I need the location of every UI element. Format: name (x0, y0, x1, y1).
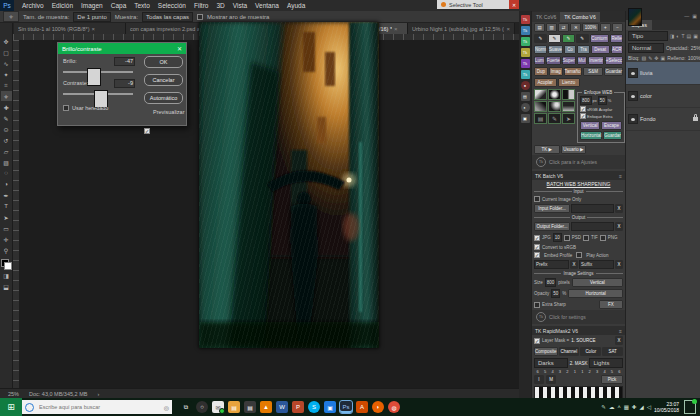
layer-row-lluvia[interactable]: lluvia (626, 62, 700, 85)
tk-panel-icon[interactable]: Tk (521, 70, 530, 79)
visibility-eye-icon[interactable] (628, 91, 638, 101)
marquee-tool-icon[interactable]: ▢ (1, 47, 12, 57)
healing-brush-tool-icon[interactable]: ✚ (1, 102, 12, 112)
open-folder-icon[interactable]: ▤ (534, 23, 545, 32)
invert-button[interactable]: Invertir (588, 56, 604, 65)
fill-value[interactable]: 100% (688, 55, 700, 61)
close-doc-icon[interactable]: ✕ (570, 23, 581, 32)
imag-button[interactable]: Imag (549, 67, 563, 76)
crop-tool-icon[interactable]: ⌗ (1, 80, 12, 90)
pen-tool-icon[interactable]: ✒ (1, 190, 12, 200)
mask-thumb[interactable] (562, 89, 575, 100)
close-icon[interactable]: × (394, 26, 398, 32)
volume-tray-icon[interactable]: ◁ (647, 404, 651, 410)
path-selection-tool-icon[interactable]: ➤ (1, 212, 12, 222)
fill-button[interactable]: Relle (610, 34, 623, 43)
flatten-button[interactable]: Acoplar (534, 78, 557, 87)
hand-tool-icon[interactable]: ✛ (1, 234, 12, 244)
tk-panel-icon[interactable]: Tk (521, 37, 530, 46)
paint-gray-icon[interactable]: ✎ (576, 34, 589, 43)
panel-menu-icon[interactable]: ≡ (619, 328, 622, 334)
sat-button[interactable]: SAT (602, 347, 623, 356)
contrast-value[interactable]: -9 (114, 79, 135, 88)
play-action-checkbox[interactable] (576, 252, 582, 258)
type-tool-icon[interactable]: T (1, 201, 12, 211)
add-select-button[interactable]: +Selecc (605, 56, 623, 65)
menu-item[interactable]: Selección (154, 2, 190, 9)
display-tray-icon[interactable]: ▦ (624, 404, 629, 410)
clear-prefix-button[interactable]: X (570, 260, 578, 269)
srgb-checkbox[interactable] (580, 106, 586, 112)
chrome-icon[interactable]: ◍ (388, 401, 400, 413)
selective-tool-window[interactable]: Selective Tool ✕ (437, 0, 519, 9)
move-tool-icon[interactable]: ✥ (1, 36, 12, 46)
menu-item[interactable]: Capa (107, 2, 131, 9)
mask-number[interactable]: 1 (571, 369, 578, 374)
preview-checkbox[interactable] (144, 128, 150, 134)
tif-checkbox[interactable] (583, 235, 589, 241)
status-chevron-icon[interactable]: › (97, 391, 99, 397)
notification-center-icon[interactable] (684, 400, 696, 414)
mask-view-button[interactable]: M (546, 375, 556, 384)
contour-button[interactable]: Contorn (590, 34, 609, 43)
gradient-tool-icon[interactable]: ▨ (1, 157, 12, 167)
vlc-icon[interactable]: ▲ (260, 401, 272, 413)
dup-button[interactable]: Dup (534, 67, 548, 76)
zoom-in-button[interactable]: + (600, 23, 611, 32)
extra-sharpen-checkbox[interactable] (580, 113, 586, 119)
trash-icon[interactable]: ▤ (534, 113, 547, 124)
paint-white-icon[interactable]: ✎ (548, 34, 561, 43)
filter-type-icon[interactable]: T (681, 33, 684, 39)
vertical-button[interactable]: Vertical (580, 121, 600, 130)
file-explorer-icon[interactable]: ▤ (228, 401, 240, 413)
brightness-value[interactable]: -47 (114, 57, 135, 66)
clear-suffix-button[interactable]: X (615, 260, 623, 269)
menu-item[interactable]: Filtro (190, 2, 212, 9)
menu-item[interactable]: Edición (48, 2, 77, 9)
brightness-slider[interactable] (63, 71, 133, 73)
suffix-field[interactable]: Suffix (579, 260, 614, 269)
web-save-button[interactable]: Guardar (603, 131, 622, 140)
quick-mask-icon[interactable]: ◨ (1, 270, 12, 280)
prefix-field[interactable]: Prefix (534, 260, 569, 269)
tk-menu-button[interactable]: TK ▶ (534, 145, 560, 154)
menu-item[interactable]: Ayuda (283, 2, 309, 9)
tk-panel-icon[interactable]: Tk (521, 59, 530, 68)
batch-hint[interactable]: Tk Click for settings (532, 310, 625, 324)
document-tab[interactable]: Sin título-1 al 100% (RGB/8*) × (14, 23, 126, 34)
dodge-tool-icon[interactable]: ◑ (1, 179, 12, 189)
lock-transparent-icon[interactable]: ▨ (641, 55, 646, 61)
cancel-button[interactable]: Cancelar (144, 74, 183, 86)
close-icon[interactable]: × (92, 26, 96, 32)
jpg-quality-field[interactable]: 10 (553, 233, 562, 242)
auto-button[interactable]: Automático (144, 92, 183, 104)
tk-panel-icon[interactable]: Tk (521, 48, 530, 57)
lock-pixels-icon[interactable]: ✎ (648, 55, 652, 61)
tk-panel-icon[interactable]: Tk (521, 26, 530, 35)
close-icon[interactable]: ✕ (177, 45, 186, 52)
psd-checkbox[interactable] (564, 235, 570, 241)
word-icon[interactable]: W (276, 401, 288, 413)
legacy-checkbox[interactable] (63, 105, 69, 111)
dialog-title-bar[interactable]: Brillo/contraste ✕ (58, 43, 186, 54)
restore-icon[interactable]: ▣ (692, 13, 697, 19)
vertical-batch-button[interactable]: Vertical (572, 278, 623, 287)
zoom-100-button[interactable]: 100% (582, 23, 599, 32)
photoshop-icon[interactable]: Ps (340, 401, 352, 413)
clear-input-button[interactable]: X (615, 204, 623, 213)
microphone-icon[interactable]: ◎ (164, 404, 169, 411)
filter-smart-icon[interactable]: ▣ (693, 33, 698, 39)
layer-row-color[interactable]: color (626, 85, 700, 108)
folder-icon[interactable]: ▤ (521, 92, 530, 101)
stop-icon[interactable]: ▣ (521, 114, 530, 123)
mask-thumb[interactable] (562, 101, 575, 112)
adjustment-icon[interactable]: ◐ (521, 103, 530, 112)
co-button[interactable]: Co (564, 45, 576, 54)
security-tray-icon[interactable]: ✚ (632, 404, 637, 410)
close-icon[interactable]: ✕ (509, 0, 519, 9)
norm-button[interactable]: Norm (534, 45, 547, 54)
opacity-field[interactable]: 50 (551, 289, 560, 298)
channel-button[interactable]: Channel (559, 347, 580, 356)
taskbar-search[interactable]: ◎ (22, 400, 172, 414)
fuerte-button[interactable]: Fuerte (546, 56, 561, 65)
